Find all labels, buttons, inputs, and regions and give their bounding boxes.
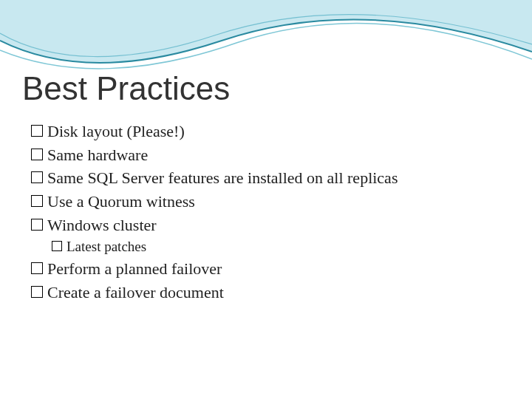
bullet-icon bbox=[31, 149, 43, 160]
bullet-icon bbox=[31, 125, 43, 137]
list-item-text: Same hardware bbox=[47, 144, 504, 166]
slide: Best Practices Disk layout (Please!)Same… bbox=[0, 0, 532, 399]
list-item: Same SQL Server features are installed o… bbox=[31, 167, 504, 189]
slide-title: Best Practices bbox=[22, 70, 230, 107]
bullet-icon bbox=[31, 219, 43, 231]
list-item-text: Disk layout (Please!) bbox=[47, 120, 504, 143]
bullet-icon bbox=[52, 241, 62, 251]
list-item: Create a failover document bbox=[31, 282, 504, 304]
list-item-text: Windows cluster bbox=[47, 214, 504, 236]
list-item: Same hardware bbox=[31, 144, 504, 166]
bullet-icon bbox=[31, 286, 43, 298]
list-item: Latest patches bbox=[52, 237, 504, 256]
list-item-text: Latest patches bbox=[66, 237, 504, 256]
list-item-text: Perform a planned failover bbox=[47, 258, 504, 280]
list-item-text: Use a Quorum witness bbox=[47, 191, 504, 213]
list-item: Perform a planned failover bbox=[31, 258, 504, 280]
list-item: Use a Quorum witness bbox=[31, 191, 504, 213]
bullet-list: Disk layout (Please!)Same hardwareSame S… bbox=[31, 120, 504, 304]
list-item-text: Same SQL Server features are installed o… bbox=[47, 167, 504, 189]
list-item-text: Create a failover document bbox=[47, 282, 504, 304]
list-item: Disk layout (Please!) bbox=[31, 120, 504, 143]
bullet-icon bbox=[31, 262, 43, 274]
bullet-icon bbox=[31, 195, 43, 207]
wave-decoration bbox=[0, 0, 532, 81]
bullet-icon bbox=[31, 171, 43, 183]
list-item: Windows cluster bbox=[31, 214, 504, 236]
